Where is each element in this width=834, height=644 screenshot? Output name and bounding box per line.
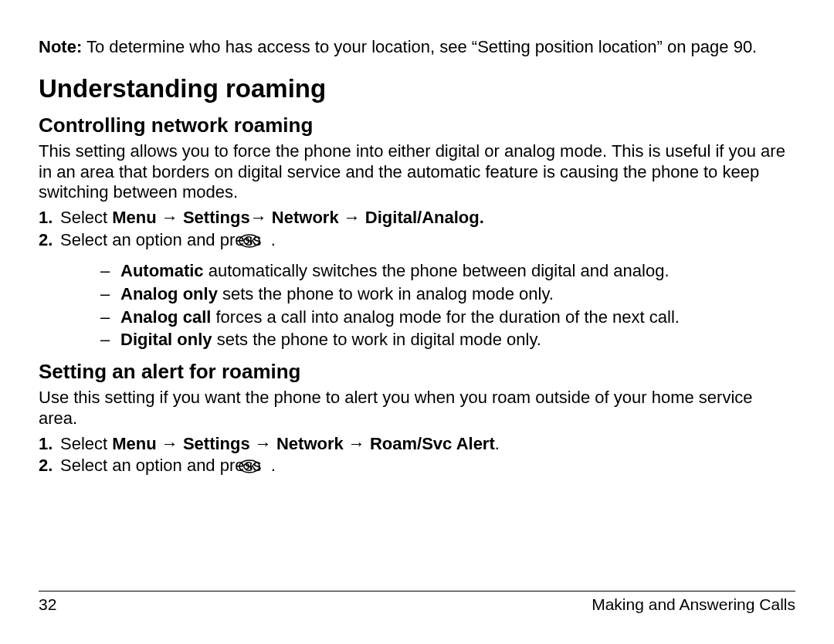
step-text-after: . bbox=[266, 230, 276, 249]
step-text: Select bbox=[60, 434, 112, 453]
step-number: 2. bbox=[39, 230, 60, 251]
step-number: 2. bbox=[39, 456, 60, 476]
step-1: 1.Select Menu → Settings → Network → Roa… bbox=[39, 434, 795, 455]
steps-alert: 1.Select Menu → Settings → Network → Roa… bbox=[39, 434, 795, 480]
option-desc: sets the phone to work in analog mode on… bbox=[218, 284, 554, 303]
svg-text:OK: OK bbox=[242, 462, 256, 471]
chapter-title: Making and Answering Calls bbox=[592, 595, 795, 615]
menu-path: Menu → Settings → Network → Roam/Svc Ale… bbox=[112, 434, 495, 453]
step-text: Select an option and press bbox=[60, 456, 266, 475]
subheading-controlling: Controlling network roaming bbox=[39, 114, 795, 138]
menu-path: Menu → Settings→ Network → Digital/Analo… bbox=[112, 208, 484, 227]
option-desc: forces a call into analog mode for the d… bbox=[211, 307, 680, 327]
option-analog-only: Analog only sets the phone to work in an… bbox=[100, 284, 795, 305]
option-digital-only: Digital only sets the phone to work in d… bbox=[100, 330, 795, 351]
step-number: 1. bbox=[39, 434, 60, 455]
note-label: Note: bbox=[39, 37, 82, 56]
step-number: 1. bbox=[39, 208, 60, 229]
page-number: 32 bbox=[39, 595, 56, 615]
option-label: Analog only bbox=[120, 284, 218, 303]
option-desc: sets the phone to work in digital mode o… bbox=[212, 330, 541, 349]
step-text: Select bbox=[60, 208, 112, 227]
option-analog-call: Analog call forces a call into analog mo… bbox=[100, 307, 795, 328]
svg-text:OK: OK bbox=[242, 236, 256, 246]
subheading-alert: Setting an alert for roaming bbox=[39, 360, 795, 385]
para-controlling: This setting allows you to force the pho… bbox=[39, 141, 795, 203]
step-2: 2.Select an option and press OK . bbox=[39, 230, 795, 253]
option-label: Automatic bbox=[120, 261, 204, 280]
option-desc: automatically switches the phone between… bbox=[204, 261, 670, 280]
step-text-after: . bbox=[495, 434, 500, 453]
steps-controlling: 1.Select Menu → Settings→ Network → Digi… bbox=[39, 208, 795, 253]
page-footer: 32 Making and Answering Calls bbox=[39, 591, 795, 615]
step-2: 2.Select an option and press OK . bbox=[39, 456, 795, 479]
option-automatic: Automatic automatically switches the pho… bbox=[100, 261, 795, 282]
note-paragraph: Note: To determine who has access to you… bbox=[39, 37, 795, 58]
para-alert: Use this setting if you want the phone t… bbox=[39, 388, 795, 429]
step-1: 1.Select Menu → Settings→ Network → Digi… bbox=[39, 208, 795, 229]
step-text: Select an option and press bbox=[60, 230, 266, 249]
options-list: Automatic automatically switches the pho… bbox=[100, 261, 795, 351]
option-label: Analog call bbox=[120, 307, 211, 327]
heading-1: Understanding roaming bbox=[39, 73, 795, 104]
step-text-after: . bbox=[266, 456, 276, 475]
note-text: To determine who has access to your loca… bbox=[82, 37, 757, 56]
option-label: Digital only bbox=[120, 330, 212, 349]
